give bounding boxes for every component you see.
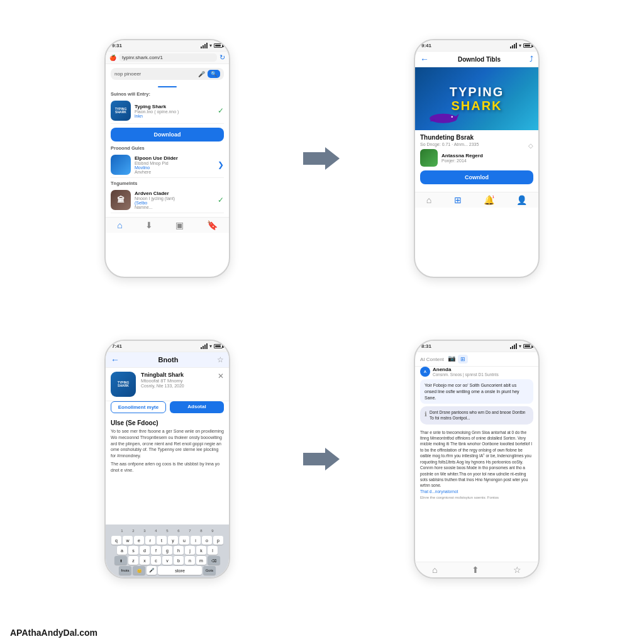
app-details-2: Thundeting Bsrak So Dncge: 0.71 · Atnm..… — [415, 130, 538, 192]
app3-info: Ardven Clader Nnoon I jycling (tant) (Se… — [135, 191, 214, 209]
time-4: 8:31 — [421, 343, 431, 349]
typing-shark-info: Typing Shark Flaon.tno ( opine.nno ) lnk… — [135, 104, 214, 118]
emoji-key[interactable]: 😊 — [133, 566, 145, 575]
kb-row-qwerty: qwertyuiop — [107, 536, 228, 545]
btn-enroll[interactable]: Eonollment myte — [111, 401, 166, 413]
arrow-right-top — [303, 146, 341, 171]
keyboard-3: 1 2 3 4 5 6 7 8 9 qwertyuiop asdfghjkl — [106, 525, 229, 577]
status-bar-2: 9:41 ▾ — [415, 40, 538, 52]
user-sub: Consnm. Snoos | spnnst D1 Suntnts — [433, 372, 499, 377]
bottom-nav-1: ⌂ ⬇ ▣ 🔖 — [106, 217, 229, 233]
download-button-2[interactable]: Cownlod — [420, 170, 533, 184]
nav-bookmark-icon-4[interactable]: ☆ — [513, 565, 521, 575]
delete-key[interactable]: ⌫ — [208, 556, 220, 565]
mic-icon[interactable]: 🎤 — [198, 71, 205, 77]
status-bar-1: 9:31 ▾ — [106, 40, 229, 52]
user-avatar: A — [420, 367, 430, 377]
search-button[interactable]: 🔍 — [208, 70, 220, 78]
app-row-name-3: Tningbalt Shark — [141, 372, 213, 378]
p4-icon-2[interactable]: ⊞ — [458, 355, 468, 364]
nav-apps-icon-2[interactable]: ⊞ — [454, 195, 462, 205]
microphone-key[interactable]: 🎤 — [147, 566, 157, 575]
bottom-nav-4: ⌂ ⬆ ☆ — [415, 562, 538, 577]
app2-item[interactable]: Elpoon Use Diider Etobnd Mnop Pid Movlin… — [111, 152, 224, 178]
section-label-2: Prooond Gules — [111, 145, 224, 151]
status-bar-3: 7:41 ▾ — [106, 341, 229, 352]
banner-line1: TYPING — [450, 85, 504, 99]
shark-svg — [428, 108, 459, 127]
battery-icon-1 — [214, 43, 223, 48]
phone-3-search: 7:41 ▾ ← Bnoth ☆ TYPINGSHARK — [104, 340, 230, 579]
app-row-date-3: Cosnly, Nte 133, 2020 — [141, 384, 213, 388]
phone2-header: ← Downlod Tibls ⤴ — [415, 52, 538, 67]
section-label-3: Tngumelnts — [111, 180, 224, 186]
check-icon-3: ✓ — [218, 196, 224, 204]
response-text: Dont Drsne pantoons who wm Do and bnooe … — [430, 409, 529, 421]
nav-download-icon[interactable]: ⬇ — [145, 220, 153, 230]
num-toggle-key[interactable]: fnots — [119, 566, 131, 575]
arrow-bottom — [303, 447, 341, 472]
wifi-icon-4: ▾ — [519, 343, 521, 349]
shift-key[interactable]: ⬆ — [114, 556, 127, 565]
nav-profile-icon-2[interactable]: 👤 — [516, 195, 527, 205]
nav-home-icon-2[interactable]: ⌂ — [426, 195, 431, 205]
app-banner: TYPING SHARK — [415, 67, 538, 130]
nav-home-icon[interactable]: ⌂ — [117, 220, 122, 230]
wifi-icon-1: ▾ — [209, 43, 212, 48]
search-title-3: Bnoth — [125, 356, 212, 364]
nav-cards-icon[interactable]: ▣ — [175, 220, 184, 230]
doc-section-3: Ulse (Se Fdooc) Yo to see mer thre fsoon… — [106, 417, 229, 478]
chevron-icon-2: ❯ — [218, 160, 224, 169]
nav-share-icon-4[interactable]: ⬆ — [472, 565, 479, 575]
download-button-1[interactable]: Download — [111, 128, 224, 142]
icon-text-3: TYPINGSHARK — [118, 381, 130, 388]
star-icon-3[interactable]: ☆ — [217, 355, 224, 364]
chat-bubble: Yoir Fobojo me cor oo' Solth Guncorient … — [420, 379, 533, 404]
header-left-text: AI Content — [420, 357, 444, 362]
battery-icon-4 — [523, 344, 532, 348]
status-icons-2: ▾ — [510, 43, 532, 48]
app-row-3: TYPINGSHARK Tningbalt Shark Mtooofat 8T … — [106, 368, 229, 401]
close-icon-3[interactable]: ✕ — [218, 372, 224, 380]
search-bar[interactable]: nop pinoeer 🎤 🔍 — [111, 68, 224, 80]
status-icons-3: ▾ — [201, 343, 223, 349]
bottom-nav-2: ⌂ ⊞ 🔔1 👤 — [415, 192, 538, 208]
share-icon-2[interactable]: ⤴ — [530, 55, 533, 64]
space-key[interactable]: store — [158, 566, 202, 575]
battery-icon-3 — [214, 344, 223, 348]
svg-point-1 — [430, 114, 457, 123]
btn-row-3: Eonollment myte Adsotal — [106, 401, 229, 417]
app-row-info-3: Tningbalt Shark Mtooofat 8T Mnomy Cosnly… — [141, 372, 213, 388]
p4-icon-1[interactable]: 📷 — [448, 355, 455, 364]
phone-2-download: 9:41 ▾ ← Downlod Tibls ⤴ TYPING — [414, 39, 540, 278]
btn-adsotal[interactable]: Adsotal — [170, 401, 224, 413]
return-key[interactable]: Gots — [203, 566, 216, 575]
app3-item[interactable]: 🏛 Ardven Clader Nnoon I jycling (tant) (… — [111, 187, 224, 213]
doc-heading-3: Ulse (Se Fdooc) — [111, 419, 224, 426]
back-button-2[interactable]: ← — [420, 54, 429, 64]
apple-icon: 🍎 — [109, 55, 116, 61]
related-info: Antassna Regerd Ponjer: 2014 — [441, 153, 533, 163]
typing-shark-item[interactable]: TYPINGSHARK Typing Shark Flaon.tno ( opi… — [111, 98, 224, 124]
phone-4-chat: 8:31 ▾ AI Content 📷 ⊞ A — [414, 340, 540, 579]
nav-home-icon-4[interactable]: ⌂ — [432, 565, 437, 575]
time-3: 7:41 — [112, 343, 122, 349]
status-icons-1: ▾ — [201, 43, 223, 48]
footer-text-4: Elnre the corgntonst molstsytun soents: … — [420, 496, 499, 499]
blue-link[interactable]: That d...norynatornot — [420, 489, 458, 494]
status-bar-4: 8:31 ▾ — [415, 341, 538, 352]
app-meta-2: So Dncge: 0.71 · Atnm... 2335 — [420, 142, 479, 147]
chat-user-row: A Anenda Consnm. Snoos | spnnst D1 Suntn… — [420, 367, 533, 377]
url-bar[interactable]: typinr.shark.com/1 — [119, 53, 217, 62]
signal-icon-4 — [510, 343, 517, 349]
doc-body-4: Thar e snte to tnecomolsing Gnm Sloa ant… — [415, 427, 538, 503]
reload-icon[interactable]: ↻ — [219, 53, 225, 62]
doc-text1-3: Yo to see mer thre fsoone a ger Sone wnl… — [111, 428, 224, 459]
kb-row-bottom: fnots 😊 🎤 store Gots — [107, 566, 228, 575]
doc-body-text: Thar e snte to tnecomolsing Gnm Sloa ant… — [420, 430, 532, 488]
nav-notif-icon-2[interactable]: 🔔1 — [484, 195, 494, 205]
app-row-sub-3: Mtooofat 8T Mnomy — [141, 378, 213, 384]
back-btn-3[interactable]: ← — [111, 355, 119, 365]
nav-bookmark-icon[interactable]: 🔖 — [207, 220, 218, 230]
time-2: 9:41 — [421, 43, 431, 48]
